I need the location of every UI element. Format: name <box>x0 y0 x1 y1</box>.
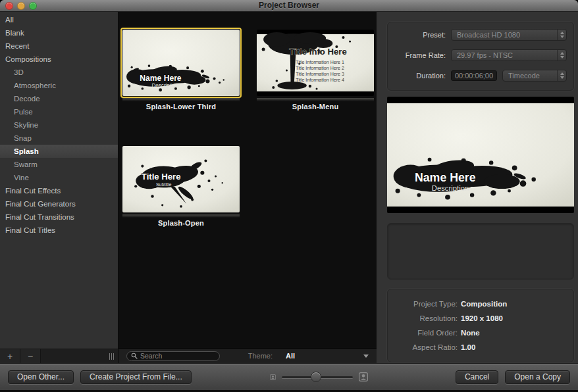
stepper-icon <box>557 30 566 40</box>
ink-splatter-graphic: Name Here Description <box>122 30 240 96</box>
sidebar-item-compositions[interactable]: Compositions <box>0 53 118 66</box>
info-row: Project Type:Composition <box>388 297 573 311</box>
sidebar-toolbar: + − <box>0 349 118 363</box>
overlay-subtitle: Description <box>152 83 178 89</box>
aspect-ratio-label: Aspect Ratio: <box>388 340 458 355</box>
sidebar-item-atmospheric[interactable]: Atmospheric <box>0 79 118 92</box>
sidebar-item-final-cut-effects[interactable]: Final Cut Effects <box>0 184 118 197</box>
resolution-value: 1920 x 1080 <box>461 314 503 322</box>
menu-line: Title Information Here 3 <box>296 72 344 76</box>
sidebar-item-final-cut-transitions[interactable]: Final Cut Transitions <box>0 210 118 224</box>
preset-value: Broadcast HD 1080 <box>452 31 557 39</box>
overlay-subtitle: Subtitle <box>156 182 172 187</box>
project-info-box: Project Type:Composition Resolution:1920… <box>387 289 574 362</box>
sidebar-item-blank[interactable]: Blank <box>0 26 118 39</box>
preset-label: Preset: <box>394 31 446 39</box>
cancel-button[interactable]: Cancel <box>456 370 498 384</box>
thumbnail-caption: Splash-Menu <box>254 103 377 110</box>
create-project-from-file-button[interactable]: Create Project From File... <box>80 370 192 384</box>
ink-tree-graphic: Title Info Here Title Information Here 1… <box>257 30 374 96</box>
resolution-label: Resolution: <box>388 311 458 326</box>
overlay-title: Title Info Here <box>289 47 346 57</box>
frame-rate-label: Frame Rate: <box>394 51 446 59</box>
thumbnail-reflection <box>122 214 240 218</box>
stepper-icon <box>557 50 566 61</box>
menu-line: Title Information Here 1 <box>296 60 344 64</box>
sidebar-item-3d[interactable]: 3D <box>0 66 118 79</box>
sidebar-item-pulse[interactable]: Pulse <box>0 105 118 118</box>
overlay-title: Title Here <box>142 172 181 182</box>
thumbnail-grid: Name Here Description Splash-Lower Third <box>118 12 377 348</box>
category-list: All Blank Recent Compositions 3D Atmosph… <box>0 12 118 349</box>
title-bar: Project Browser <box>0 0 578 12</box>
open-a-copy-button[interactable]: Open a Copy <box>505 370 570 384</box>
sidebar-item-recent[interactable]: Recent <box>0 39 118 53</box>
project-type-label: Project Type: <box>388 297 458 311</box>
sidebar-item-final-cut-titles[interactable]: Final Cut Titles <box>0 224 118 237</box>
open-other-button[interactable]: Open Other... <box>8 370 74 384</box>
thumbnail-caption: Splash-Lower Third <box>120 103 242 110</box>
field-order-value: None <box>461 329 480 337</box>
theme-dropdown[interactable]: All <box>286 352 369 360</box>
browser-filter-bar: Theme: All <box>118 348 377 363</box>
overlay-subtitle: Description <box>432 184 469 192</box>
preset-settings-box: Preset: Broadcast HD 1080 Frame Rate: 29… <box>387 22 574 91</box>
search-icon <box>131 353 138 359</box>
theme-value: All <box>286 352 295 360</box>
search-input[interactable] <box>140 352 215 360</box>
large-thumbnail-icon <box>359 372 368 381</box>
info-row: Aspect Ratio:1.00 <box>388 340 573 355</box>
small-thumbnail-icon <box>270 374 276 380</box>
preset-dropdown[interactable]: Broadcast HD 1080 <box>451 29 567 41</box>
sidebar-item-all[interactable]: All <box>0 13 118 26</box>
frame-rate-dropdown[interactable]: 29.97 fps - NTSC <box>451 49 567 61</box>
overlay-title: Name Here <box>140 73 182 82</box>
project-type-value: Composition <box>461 300 507 308</box>
thumbnail-caption: Splash-Open <box>120 219 242 227</box>
menu-line: Title Information Here 2 <box>296 66 344 70</box>
sidebar-item-final-cut-generators[interactable]: Final Cut Generators <box>0 197 118 210</box>
add-button[interactable]: + <box>0 349 20 363</box>
info-row: Resolution:1920 x 1080 <box>388 311 573 326</box>
slider-knob[interactable] <box>311 372 321 382</box>
thumbnail-reflection <box>257 98 374 101</box>
duration-unit-dropdown[interactable]: Timecode <box>502 70 567 82</box>
chevron-down-icon <box>363 355 369 358</box>
frame-rate-value: 29.97 fps - NTSC <box>452 51 557 59</box>
remove-button[interactable]: − <box>20 349 41 363</box>
menu-line: Title Information Here 4 <box>296 78 344 82</box>
sidebar-item-skyline[interactable]: Skyline <box>0 118 118 132</box>
sidebar-item-snap[interactable]: Snap <box>0 132 118 145</box>
stepper-icon <box>557 70 566 81</box>
sidebar-item-vine[interactable]: Vine <box>0 171 118 184</box>
duration-input[interactable] <box>451 70 497 81</box>
thumbnail-splash-menu[interactable]: Title Info Here Title Information Here 1… <box>254 28 377 110</box>
thumbnail-reflection <box>122 98 240 101</box>
thumbnail-size-control <box>270 364 368 390</box>
preview-graphic: Name Here Description <box>387 103 574 207</box>
field-order-label: Field Order: <box>388 326 458 340</box>
window-title: Project Browser <box>0 0 578 11</box>
aspect-ratio-value: 1.00 <box>461 343 475 351</box>
sidebar-item-splash[interactable]: Splash <box>0 145 118 158</box>
ink-burst-graphic: Title Here Subtitle <box>122 146 240 212</box>
overlay-title: Name Here <box>415 171 476 184</box>
search-field[interactable] <box>126 351 220 361</box>
category-sidebar: All Blank Recent Compositions 3D Atmosph… <box>0 12 118 363</box>
description-box <box>387 223 574 280</box>
resize-handle-icon[interactable] <box>109 353 115 360</box>
thumbnail-size-slider[interactable] <box>282 376 353 378</box>
thumbnail-splash-lower-third[interactable]: Name Here Description Splash-Lower Third <box>120 28 242 110</box>
info-row: Field Order:None <box>388 326 573 340</box>
project-browser-window: Project Browser All Blank Recent Composi… <box>0 0 578 392</box>
project-settings-panel: Preset: Broadcast HD 1080 Frame Rate: 29… <box>377 12 578 363</box>
action-bar: Open Other... Create Project From File..… <box>0 363 578 392</box>
theme-label: Theme: <box>248 352 273 360</box>
duration-label: Duration: <box>394 72 446 80</box>
sidebar-item-decode[interactable]: Decode <box>0 92 118 105</box>
template-preview: Name Here Description <box>387 97 574 213</box>
duration-unit-value: Timecode <box>503 72 557 80</box>
template-browser: Name Here Description Splash-Lower Third <box>118 12 377 363</box>
thumbnail-splash-open[interactable]: Title Here Subtitle Splash-Open <box>120 144 242 227</box>
sidebar-item-swarm[interactable]: Swarm <box>0 158 118 171</box>
